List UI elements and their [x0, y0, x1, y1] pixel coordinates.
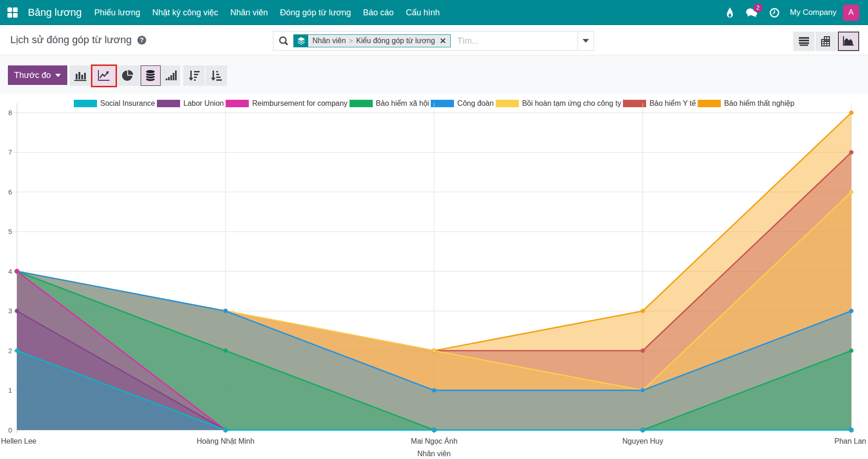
svg-text:Nguyen Huy: Nguyen Huy [622, 437, 663, 445]
svg-text:0: 0 [8, 426, 12, 434]
svg-text:Hoàng Nhật Minh: Hoàng Nhật Minh [197, 437, 255, 445]
svg-text:5: 5 [8, 227, 12, 235]
svg-text:3: 3 [8, 307, 12, 315]
svg-text:Nhân viên: Nhân viên [417, 450, 451, 458]
svg-text:2: 2 [8, 347, 12, 355]
svg-text:Hellen Lee: Hellen Lee [1, 437, 37, 445]
svg-text:4: 4 [8, 267, 12, 275]
svg-text:7: 7 [8, 148, 12, 156]
svg-text:6: 6 [8, 188, 12, 196]
svg-text:8: 8 [8, 109, 12, 116]
svg-text:Phan Lan: Phan Lan [834, 437, 866, 445]
svg-text:Mai Ngọc Ánh: Mai Ngọc Ánh [411, 437, 458, 445]
svg-text:1: 1 [8, 386, 12, 394]
